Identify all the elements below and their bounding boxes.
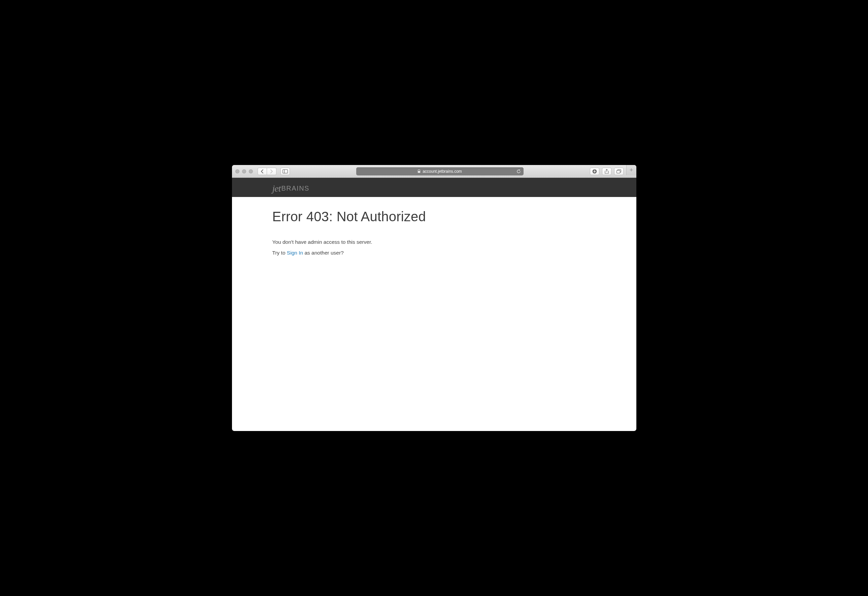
chevron-left-icon (261, 170, 264, 173)
lock-icon (418, 170, 421, 173)
minimize-window-button[interactable] (242, 170, 246, 173)
svg-rect-5 (617, 170, 620, 173)
tabs-icon (617, 170, 621, 173)
back-button[interactable] (258, 168, 267, 175)
error-title: Error 403: Not Authorized (272, 209, 596, 224)
nav-buttons (258, 168, 276, 175)
plus-icon: + (630, 167, 633, 174)
reload-icon (517, 169, 521, 173)
new-tab-button[interactable]: + (626, 165, 636, 175)
error-message: You don't have admin access to this serv… (272, 239, 596, 245)
browser-window: account.jetbrains.com (232, 165, 636, 431)
downloads-button[interactable] (590, 168, 599, 175)
logo-script-text: jet (272, 183, 281, 194)
svg-rect-0 (282, 170, 288, 173)
signin-prompt: Try to Sign In as another user? (272, 250, 596, 256)
prompt-prefix: Try to (272, 250, 287, 255)
jetbrains-logo[interactable]: jetBRAINS (272, 182, 309, 193)
window-controls (235, 170, 253, 173)
zoom-window-button[interactable] (249, 170, 253, 173)
sidebar-icon (282, 170, 288, 173)
browser-toolbar: account.jetbrains.com (232, 165, 636, 178)
svg-rect-2 (418, 171, 420, 173)
prompt-suffix: as another user? (303, 250, 344, 255)
forward-button[interactable] (267, 168, 276, 175)
share-button[interactable] (602, 168, 611, 175)
sign-in-link[interactable]: Sign In (287, 250, 303, 255)
url-host: account.jetbrains.com (422, 169, 462, 174)
logo-block-text: BRAINS (282, 184, 309, 192)
share-icon (605, 169, 609, 174)
sidebar-toggle-button[interactable] (280, 168, 290, 175)
page-content: Error 403: Not Authorized You don't have… (232, 197, 636, 273)
reload-button[interactable] (517, 169, 521, 173)
close-window-button[interactable] (235, 170, 239, 173)
toolbar-right (590, 168, 624, 175)
address-bar[interactable]: account.jetbrains.com (356, 167, 524, 176)
chevron-right-icon (270, 170, 273, 173)
download-icon (592, 169, 597, 174)
tabs-button[interactable] (614, 168, 624, 175)
site-header: jetBRAINS (232, 178, 636, 197)
